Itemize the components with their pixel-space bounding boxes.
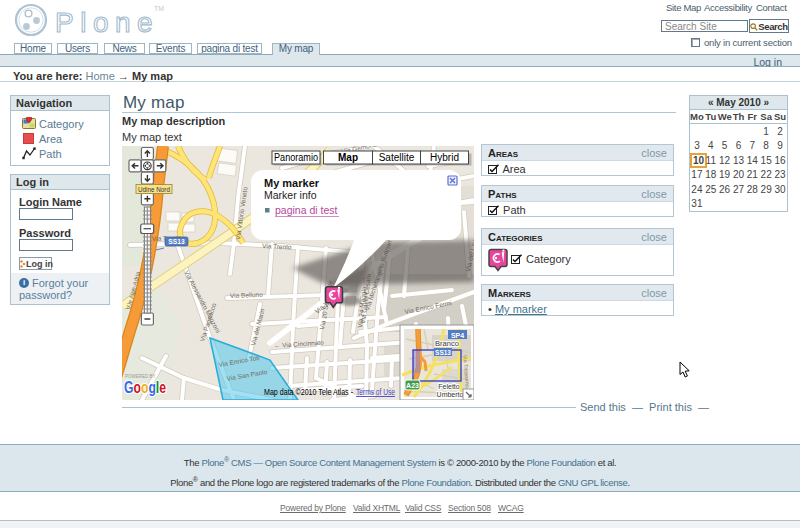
svg-text:Satellite: Satellite <box>379 152 415 163</box>
svg-text:Map data ©2010 Tele Atlas -: Map data ©2010 Tele Atlas - <box>264 387 353 397</box>
svg-text:pagina di test: pagina di test <box>275 204 338 216</box>
svg-text:Umberto: Umberto <box>437 391 464 398</box>
svg-text:Via Belluno: Via Belluno <box>230 291 263 299</box>
svg-text:TM: TM <box>154 5 164 12</box>
svg-text:Google: Google <box>124 379 166 396</box>
svg-text:POWERED BY: POWERED BY <box>125 374 156 379</box>
svg-text:Feletto: Feletto <box>438 383 460 390</box>
svg-text:Map: Map <box>338 152 358 163</box>
svg-text:A23: A23 <box>406 382 419 389</box>
svg-text:My marker: My marker <box>264 177 320 189</box>
svg-text:Terms of Use: Terms of Use <box>356 387 395 397</box>
svg-text:Marker info: Marker info <box>264 189 317 201</box>
svg-text:SS13: SS13 <box>168 238 185 245</box>
svg-text:Panoramio: Panoramio <box>274 152 318 163</box>
svg-text:Hybrid: Hybrid <box>430 152 459 163</box>
svg-text:Branco: Branco <box>435 339 459 348</box>
svg-text:Udine Nord: Udine Nord <box>138 186 170 193</box>
svg-text:Plone: Plone <box>55 7 159 38</box>
svg-text:SP4: SP4 <box>451 332 464 339</box>
svg-text:SS13: SS13 <box>435 349 451 356</box>
